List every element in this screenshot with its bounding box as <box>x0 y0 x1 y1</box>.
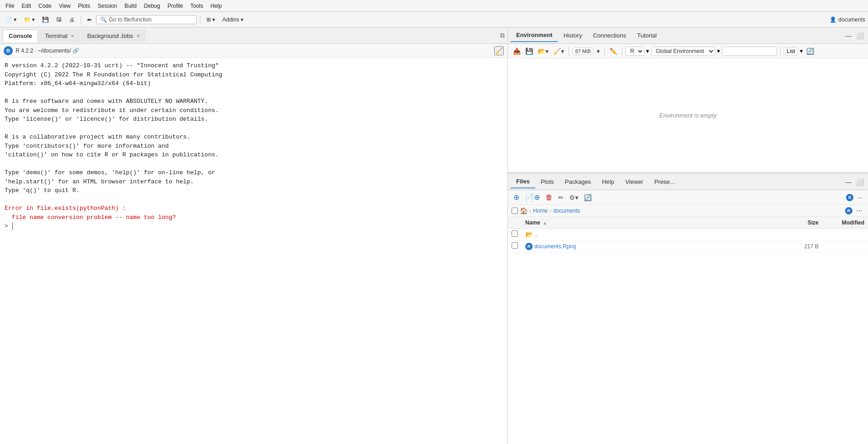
tab-terminal[interactable]: Terminal ✕ <box>39 29 80 42</box>
more-files-btn[interactable]: ⚙▾ <box>567 193 580 202</box>
menubar: File Edit Code View Plots Session Build … <box>0 0 868 12</box>
tab-tutorial[interactable]: Tutorial <box>631 29 662 42</box>
env-search-input[interactable] <box>722 47 777 56</box>
r-logo: R <box>4 46 13 55</box>
minimize-bottom-btn[interactable]: — <box>844 178 853 186</box>
goto-file-box[interactable]: 🔍 Go to file/function <box>96 15 197 24</box>
files-toolbar: ⊕ 📄⊕ 🗑 ✏ ⚙▾ 🔄 R ··· <box>508 190 868 205</box>
menu-code[interactable]: Code <box>36 2 54 10</box>
maximize-top-btn[interactable]: ⬜ <box>855 32 865 40</box>
path-link-icon: 🔗 <box>72 48 79 54</box>
user-avatar-icon: 👤 <box>830 16 836 23</box>
print-btn[interactable]: 🖨 <box>66 15 77 24</box>
tab-terminal-close[interactable]: ✕ <box>70 33 74 38</box>
files-more-btn[interactable]: ··· <box>855 193 864 202</box>
file-row-parent: 📂 .. <box>508 229 868 241</box>
tab-console[interactable]: Console <box>3 29 38 42</box>
panel-expand-btn[interactable]: ⧉ <box>500 32 505 39</box>
env-empty-message: Environment is empty <box>508 59 868 172</box>
name-sort-arrow[interactable]: ▲ <box>543 220 547 225</box>
right-bottom-tab-row: Files Plots Packages Help Viewer Prese… <box>508 174 868 190</box>
delete-file-btn[interactable]: 🗑 <box>544 193 555 202</box>
files-list: 📂 .. R documents.Rproj 217 B <box>508 229 868 444</box>
tab-files-label: Files <box>516 178 530 185</box>
menu-build[interactable]: Build <box>122 2 140 10</box>
toolbar: 📄▾ 📁▾ 💾 🖫 🖨 ⬅ 🔍 Go to file/function ⊞▾ A… <box>0 12 868 27</box>
env-toolbar-sep4 <box>780 47 781 56</box>
save-btn[interactable]: 💾 <box>39 15 52 24</box>
console-line-2: Copyright (C) 2022 The R Foundation for … <box>5 70 503 80</box>
maximize-bottom-btn[interactable]: ⬜ <box>855 178 865 186</box>
tab-help[interactable]: Help <box>597 176 620 188</box>
tab-connections[interactable]: Connections <box>588 29 631 42</box>
console-prompt-line: > <box>5 222 503 231</box>
r-version-selector[interactable]: R <box>625 47 644 56</box>
console-body[interactable]: R version 4.2.2 (2022-10-31 ucrt) -- "In… <box>0 58 507 444</box>
right-top-panel: Environment History Connections Tutorial… <box>508 27 868 174</box>
clear-console-btn[interactable]: 🧹 <box>494 46 504 55</box>
new-file-btn[interactable]: 📄▾ <box>3 15 19 24</box>
menu-help[interactable]: Help <box>208 2 225 10</box>
menu-tools[interactable]: Tools <box>188 2 206 10</box>
breadcrumb-home-label[interactable]: Home <box>533 208 548 214</box>
text-cursor <box>12 223 13 230</box>
right-bottom-controls: — ⬜ <box>844 178 865 186</box>
new-file-icon: 📄 <box>5 16 12 23</box>
save-env-btn[interactable]: 💾 <box>524 47 534 55</box>
error-line-2: file name conversion problem -- name too… <box>5 213 503 222</box>
user-name: documents <box>838 16 865 23</box>
new-folder-btn[interactable]: ⊕ <box>512 193 521 202</box>
main-layout: Console Terminal ✕ Background Jobs ✕ ⧉ R… <box>0 27 868 444</box>
file-checkbox-parent[interactable] <box>512 230 518 237</box>
menu-file[interactable]: File <box>3 2 17 10</box>
new-file-files-btn[interactable]: 📄⊕ <box>523 193 542 202</box>
global-env-selector[interactable]: Global Environment <box>651 47 715 56</box>
menu-plots[interactable]: Plots <box>75 2 93 10</box>
rename-file-btn[interactable]: ✏ <box>556 193 566 202</box>
parent-folder-name[interactable]: .. <box>535 231 782 238</box>
tab-help-label: Help <box>602 178 615 185</box>
tab-packages-label: Packages <box>565 178 591 185</box>
env-toolbar-sep2 <box>604 47 605 56</box>
minimize-top-btn[interactable]: — <box>844 32 853 40</box>
load-env-btn[interactable]: 📂▾ <box>536 47 550 55</box>
tab-packages[interactable]: Packages <box>560 176 597 188</box>
tab-files[interactable]: Files <box>511 175 535 188</box>
col-name-label: Name <box>525 219 540 226</box>
menu-view[interactable]: View <box>56 2 74 10</box>
print-icon: 🖨 <box>69 16 75 23</box>
edit-script-btn[interactable]: ✏️ <box>608 47 619 55</box>
breadcrumb-more-btn[interactable]: ⋯ <box>854 207 864 215</box>
addins-btn[interactable]: Addins ▾ <box>220 15 246 24</box>
tab-background-jobs-close[interactable]: ✕ <box>136 33 140 38</box>
tab-environment[interactable]: Environment <box>511 29 558 42</box>
tab-plots[interactable]: Plots <box>535 176 560 188</box>
list-view-selector[interactable]: List <box>784 47 798 55</box>
tab-background-jobs[interactable]: Background Jobs ✕ <box>81 29 146 42</box>
menu-profile[interactable]: Profile <box>165 2 186 10</box>
tab-presentation[interactable]: Prese… <box>649 176 681 188</box>
tab-history-label: History <box>563 32 582 39</box>
menu-edit[interactable]: Edit <box>19 2 34 10</box>
workspace-btn[interactable]: ⊞▾ <box>204 15 218 24</box>
import-btn[interactable]: 📥 <box>512 47 522 55</box>
mem-dropdown-btn[interactable]: ▾ <box>595 47 601 55</box>
menu-session[interactable]: Session <box>95 2 120 10</box>
refresh-env-btn[interactable]: 🔄 <box>805 47 815 55</box>
r-selector-sep: ▾ <box>646 48 649 54</box>
clear-env-btn[interactable]: 🧹▾ <box>552 47 566 55</box>
files-r-icon: R <box>846 194 853 201</box>
breadcrumb-checkbox[interactable] <box>512 208 518 214</box>
goto-prev-btn[interactable]: ⬅ <box>84 15 94 24</box>
file-checkbox-rproj[interactable] <box>512 242 518 249</box>
tab-viewer[interactable]: Viewer <box>620 176 649 188</box>
open-file-btn[interactable]: 📁▾ <box>21 15 38 24</box>
sync-files-btn[interactable]: 🔄 <box>582 193 593 202</box>
global-env-sep: ▾ <box>717 48 720 54</box>
save-all-btn[interactable]: 🖫 <box>54 15 65 24</box>
menu-debug[interactable]: Debug <box>141 2 163 10</box>
rproj-filename[interactable]: documents.Rproj <box>534 243 782 250</box>
tab-history[interactable]: History <box>558 29 587 42</box>
home-icon[interactable]: 🏠 <box>520 207 528 214</box>
breadcrumb-documents-label[interactable]: documents <box>553 208 580 214</box>
